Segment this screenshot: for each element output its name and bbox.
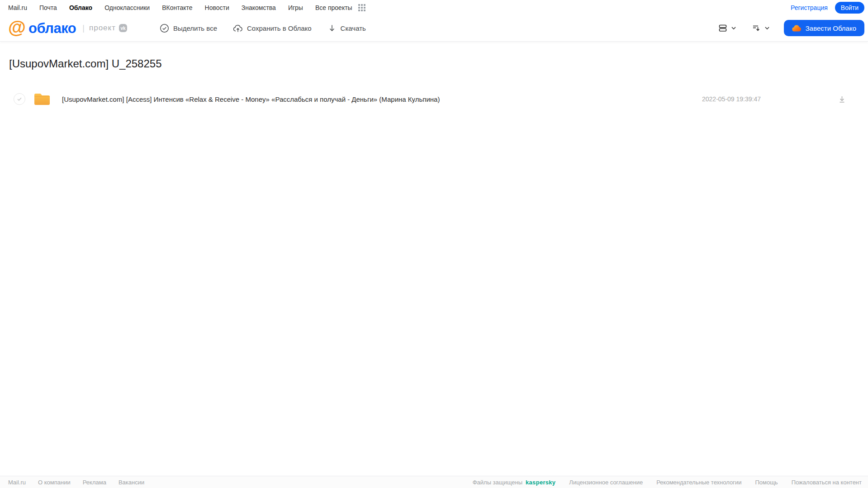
nav-znakomstva[interactable]: Знакомства [242,4,276,11]
kaspersky-protection: Файлы защищены kaspersky [473,479,556,486]
download-label: Скачать [341,24,366,32]
page-title: [UsupovMarket.com] U_258255 [9,57,859,70]
toolbar-actions: Выделить все Сохранить в Облако [160,24,366,33]
select-all-label: Выделить все [173,24,217,32]
list-view-icon [718,23,728,33]
nav-pochta[interactable]: Почта [39,4,57,11]
save-to-cloud-button[interactable]: Сохранить в Облако [233,24,312,33]
nav-oblako[interactable]: Облако [69,4,92,11]
sort-control[interactable] [749,21,772,35]
footer-right-links: Файлы защищены kaspersky Лицензионное со… [473,479,862,486]
footer-report-content-link[interactable]: Пожаловаться на контент [792,479,862,486]
cloud-logo-text: облако [28,21,76,35]
portal-nav: Mail.ru Почта Облако Одноклассники ВКонт… [0,0,868,15]
footer-license-link[interactable]: Лицензионное соглашение [569,479,643,486]
file-row[interactable]: [UsupovMarket.com] [Access] Интенсив «Re… [9,89,859,109]
sort-desc-icon [751,23,761,33]
orange-cloud-icon [792,24,802,32]
folder-icon [33,92,51,106]
nav-odnoklassniki[interactable]: Одноклассники [104,4,150,11]
all-projects-grid-icon[interactable] [358,4,365,11]
chevron-down-icon [764,25,770,31]
logo-divider: | [82,24,85,33]
vk-badge-icon: vk [119,24,127,32]
footer-ads-link[interactable]: Реклама [83,479,106,486]
row-download-icon[interactable] [838,95,846,104]
nav-igry[interactable]: Игры [288,4,303,11]
files-protected-label: Файлы защищены [473,479,522,486]
registration-link[interactable]: Регистрация [791,4,828,11]
chevron-down-icon [730,25,737,31]
file-date: 2022-05-09 19:39:47 [702,95,761,103]
cloud-logo[interactable]: @ облако | проект vk [8,19,127,37]
portal-nav-auth: Регистрация Войти [791,2,864,14]
footer-recommendation-tech-link[interactable]: Рекомендательные технологии [656,479,741,486]
get-cloud-button[interactable]: Завести Облако [784,20,864,36]
footer-mailru-link[interactable]: Mail.ru [8,479,26,486]
cloud-mailru-public-page: Mail.ru Почта Облако Одноклассники ВКонт… [0,0,868,488]
footer-help-link[interactable]: Помощь [755,479,778,486]
page-footer: Mail.ru О компании Реклама Вакансии Файл… [0,476,868,488]
nav-all-projects[interactable]: Все проекты [315,4,352,11]
footer-about-link[interactable]: О компании [38,479,71,486]
footer-left-links: Mail.ru О компании Реклама Вакансии [8,479,144,486]
cloud-upload-icon [233,24,243,33]
check-circle-icon [160,24,169,33]
get-cloud-label: Завести Облако [806,24,856,32]
portal-nav-links: Mail.ru Почта Облако Одноклассники ВКонт… [8,4,365,11]
cloud-toolbar: @ облако | проект vk Выделить все [0,15,868,42]
nav-vkontakte[interactable]: ВКонтакте [162,4,192,11]
download-arrow-icon [327,24,337,33]
select-all-button[interactable]: Выделить все [160,24,217,33]
mailru-at-icon: @ [8,18,26,36]
nav-novosti[interactable]: Новости [205,4,229,11]
view-mode-control[interactable] [716,21,739,35]
kaspersky-logo[interactable]: kaspersky [526,479,555,486]
toolbar-right: Завести Облако [716,20,864,36]
download-button[interactable]: Скачать [327,24,366,33]
row-checkbox[interactable] [14,93,25,105]
nav-mailru[interactable]: Mail.ru [8,4,27,11]
file-name-link[interactable]: [UsupovMarket.com] [Access] Интенсив «Re… [62,95,702,103]
login-button[interactable]: Войти [835,2,864,14]
footer-jobs-link[interactable]: Вакансии [119,479,144,486]
main-content: [UsupovMarket.com] U_258255 [0,57,868,109]
save-to-cloud-label: Сохранить в Облако [247,24,312,32]
project-label: проект [89,24,116,33]
